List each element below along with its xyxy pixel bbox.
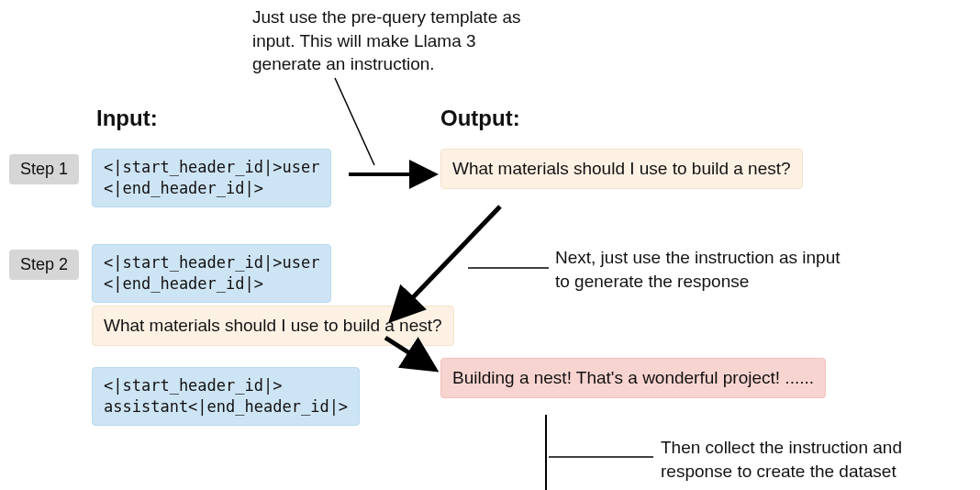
svg-line-2 [395, 206, 500, 317]
step1-badge: Step 1 [9, 154, 79, 184]
step2-input-box-a: <|start_header_id|>user <|end_header_id|… [92, 244, 331, 303]
step2-input-box-c: <|start_header_id|> assistant<|end_heade… [92, 367, 360, 426]
step2-badge: Step 2 [9, 250, 79, 280]
annotation-right1: Next, just use the instruction as input … [555, 246, 849, 293]
step1-input-box: <|start_header_id|>user <|end_header_id|… [92, 149, 331, 207]
svg-line-0 [335, 78, 374, 165]
heading-input: Input: [96, 106, 158, 131]
diagram-canvas: Just use the pre-query template as input… [0, 0, 980, 490]
step2-output-box: Building a nest! That's a wonderful proj… [440, 358, 826, 398]
annotation-top: Just use the pre-query template as input… [252, 6, 528, 76]
step2-input-box-b: What materials should I use to build a n… [92, 306, 454, 346]
annotation-bottom: Then collect the instruction and respons… [661, 436, 954, 483]
heading-output: Output: [440, 106, 520, 131]
step1-output-box: What materials should I use to build a n… [440, 149, 803, 189]
